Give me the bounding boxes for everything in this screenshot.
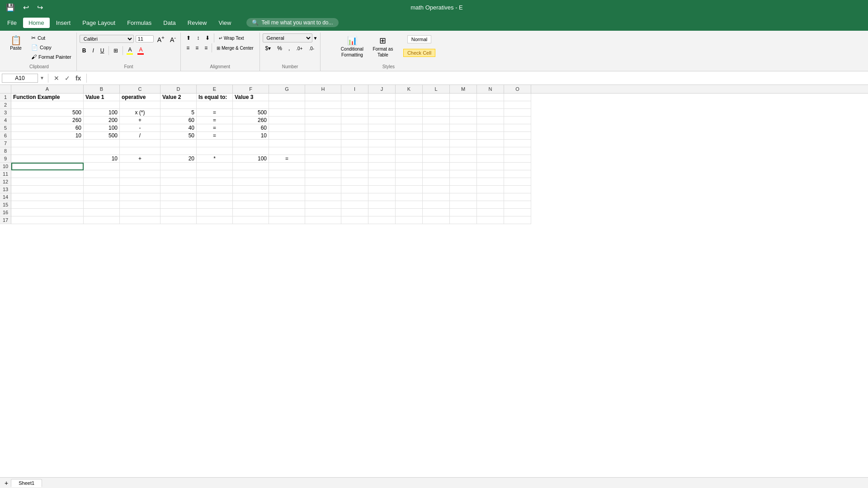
cell-I1[interactable] — [341, 94, 368, 101]
cell-A12[interactable] — [11, 178, 84, 186]
row-number-6[interactable]: 6 — [0, 132, 11, 140]
cell-F12[interactable] — [233, 178, 269, 186]
cell-C6[interactable]: / — [120, 132, 160, 140]
cell-C7[interactable] — [120, 140, 160, 147]
cell-B2[interactable] — [84, 101, 120, 109]
cell-J7[interactable] — [368, 140, 396, 147]
paste-button[interactable]: 📋 Paste — [5, 33, 27, 53]
align-top-button[interactable]: ⬆ — [184, 33, 193, 42]
cell-F17[interactable] — [233, 216, 269, 224]
bold-button[interactable]: B — [80, 46, 89, 55]
cell-J17[interactable] — [368, 216, 396, 224]
cell-N1[interactable] — [477, 94, 504, 101]
cell-G17[interactable] — [269, 216, 305, 224]
align-middle-button[interactable]: ↕ — [194, 33, 202, 42]
cell-E10[interactable] — [197, 163, 233, 170]
col-header-i[interactable]: I — [341, 85, 368, 93]
row-number-1[interactable]: 1 — [0, 94, 11, 101]
cell-M10[interactable] — [450, 163, 477, 170]
cell-J16[interactable] — [368, 209, 396, 216]
cell-H3[interactable] — [305, 109, 341, 117]
cell-E9[interactable]: * — [197, 155, 233, 163]
cell-C1[interactable]: operative — [120, 94, 160, 101]
cell-G6[interactable] — [269, 132, 305, 140]
cell-N14[interactable] — [477, 193, 504, 201]
cell-F7[interactable] — [233, 140, 269, 147]
cell-M2[interactable] — [450, 101, 477, 109]
cell-I2[interactable] — [341, 101, 368, 109]
cell-D9[interactable]: 20 — [160, 155, 197, 163]
cell-L5[interactable] — [423, 124, 450, 132]
cell-G13[interactable] — [269, 186, 305, 193]
cell-J3[interactable] — [368, 109, 396, 117]
number-expand-icon[interactable]: ▼ — [313, 36, 318, 41]
cell-E16[interactable] — [197, 209, 233, 216]
row-number-2[interactable]: 2 — [0, 101, 11, 109]
cell-L16[interactable] — [423, 209, 450, 216]
cell-D3[interactable]: 5 — [160, 109, 197, 117]
cell-H10[interactable] — [305, 163, 341, 170]
cell-L4[interactable] — [423, 117, 450, 124]
cell-B15[interactable] — [84, 201, 120, 209]
row-number-9[interactable]: 9 — [0, 155, 11, 163]
cell-L12[interactable] — [423, 178, 450, 186]
cell-H12[interactable] — [305, 178, 341, 186]
cell-F6[interactable]: 10 — [233, 132, 269, 140]
cell-G16[interactable] — [269, 209, 305, 216]
cell-I10[interactable] — [341, 163, 368, 170]
cell-K6[interactable] — [396, 132, 423, 140]
font-size-input[interactable] — [136, 35, 154, 42]
col-header-m[interactable]: M — [450, 85, 477, 93]
formula-input[interactable] — [90, 74, 866, 82]
cell-N9[interactable] — [477, 155, 504, 163]
cell-N17[interactable] — [477, 216, 504, 224]
cell-D5[interactable]: 40 — [160, 124, 197, 132]
cell-E14[interactable] — [197, 193, 233, 201]
cell-A3[interactable]: 500 — [11, 109, 84, 117]
cell-E11[interactable] — [197, 170, 233, 178]
cell-K4[interactable] — [396, 117, 423, 124]
cell-A16[interactable] — [11, 209, 84, 216]
cell-C2[interactable] — [120, 101, 160, 109]
menu-insert[interactable]: Insert — [51, 18, 76, 28]
cell-C5[interactable]: - — [120, 124, 160, 132]
normal-style-button[interactable]: Normal — [399, 33, 439, 45]
cell-B14[interactable] — [84, 193, 120, 201]
cell-C17[interactable] — [120, 216, 160, 224]
row-number-11[interactable]: 11 — [0, 170, 11, 178]
redo-button[interactable]: ↪ — [35, 2, 45, 13]
cell-I15[interactable] — [341, 201, 368, 209]
cell-K10[interactable] — [396, 163, 423, 170]
cell-H16[interactable] — [305, 209, 341, 216]
cell-D6[interactable]: 50 — [160, 132, 197, 140]
col-header-k[interactable]: K — [396, 85, 423, 93]
cell-M12[interactable] — [450, 178, 477, 186]
font-color-button[interactable]: A — [136, 46, 146, 56]
cell-F3[interactable]: 500 — [233, 109, 269, 117]
col-header-e[interactable]: E — [197, 85, 233, 93]
cell-H4[interactable] — [305, 117, 341, 124]
cell-A2[interactable] — [11, 101, 84, 109]
cell-N11[interactable] — [477, 170, 504, 178]
cell-L1[interactable] — [423, 94, 450, 101]
cell-A15[interactable] — [11, 201, 84, 209]
cell-C12[interactable] — [120, 178, 160, 186]
cell-I9[interactable] — [341, 155, 368, 163]
cell-I17[interactable] — [341, 216, 368, 224]
menu-review[interactable]: Review — [182, 18, 212, 28]
cell-H7[interactable] — [305, 140, 341, 147]
conditional-formatting-button[interactable]: 📊 Conditional Formatting — [338, 33, 367, 60]
cell-J1[interactable] — [368, 94, 396, 101]
cell-H9[interactable] — [305, 155, 341, 163]
cell-L11[interactable] — [423, 170, 450, 178]
col-header-c[interactable]: C — [120, 85, 160, 93]
cell-D8[interactable] — [160, 147, 197, 155]
cell-N15[interactable] — [477, 201, 504, 209]
cell-J14[interactable] — [368, 193, 396, 201]
cell-O14[interactable] — [504, 193, 531, 201]
cell-M5[interactable] — [450, 124, 477, 132]
cell-M1[interactable] — [450, 94, 477, 101]
cell-A17[interactable] — [11, 216, 84, 224]
cell-M14[interactable] — [450, 193, 477, 201]
cell-G8[interactable] — [269, 147, 305, 155]
